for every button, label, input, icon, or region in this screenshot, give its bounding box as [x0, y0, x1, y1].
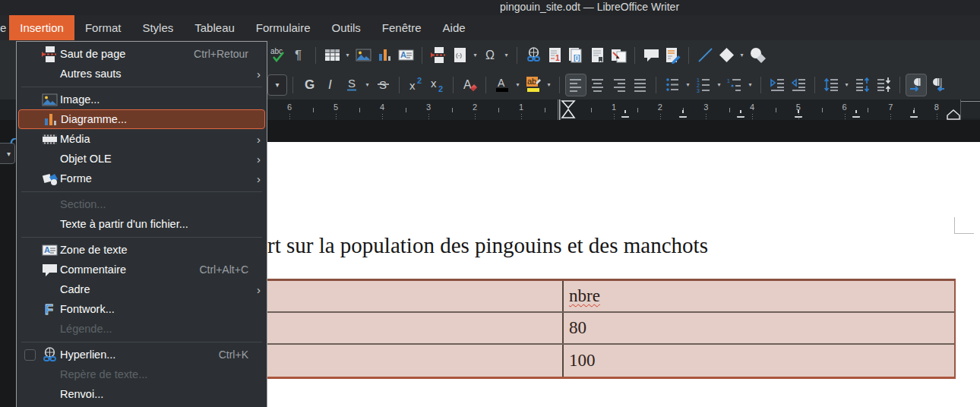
clear-formatting-button[interactable]: A: [459, 74, 480, 96]
numbered-list-button-dropdown-arrow[interactable]: ▾: [714, 74, 724, 96]
symbol-shapes-button[interactable]: [747, 44, 768, 67]
image-icon: [355, 46, 372, 64]
menu-item-hyperlien[interactable]: Hyperlien...Ctrl+K: [18, 345, 265, 364]
table-header-text: nbre: [569, 286, 600, 306]
formatting-marks-button[interactable]: ¶: [289, 44, 310, 67]
highlight-color-button-dropdown-arrow[interactable]: ▾: [544, 74, 554, 96]
ruler-dotted-tick: [475, 114, 476, 119]
ruler-tab-stop[interactable]: [737, 113, 744, 118]
document-table[interactable]: nbre80100: [263, 279, 956, 379]
superscript-button[interactable]: x2: [405, 74, 426, 96]
font-color-button[interactable]: A: [492, 74, 513, 96]
italic-button[interactable]: I: [320, 74, 341, 96]
align-left-button[interactable]: [565, 74, 586, 96]
menu-item-objet-ole[interactable]: Objet OLE›: [18, 149, 265, 169]
decrease-indent-button[interactable]: [788, 74, 809, 96]
numbered-list-button[interactable]: 123: [693, 74, 714, 96]
line-spacing-button[interactable]: [820, 74, 842, 96]
increase-paragraph-spacing-button[interactable]: [852, 74, 873, 96]
increase-indent-button[interactable]: [767, 74, 788, 96]
insert-textbox-button[interactable]: A: [395, 44, 416, 67]
font-size-dropdown-button[interactable]: ▾: [267, 74, 287, 96]
menu-item-forme[interactable]: Forme›: [18, 169, 265, 188]
menu-item-autres-sauts[interactable]: Autres sauts›: [18, 64, 265, 84]
menu-check-slot: [24, 299, 41, 319]
insert-comment-button[interactable]: [640, 44, 662, 67]
menu-item-fontwork[interactable]: FFontwork...: [18, 299, 265, 319]
insert-special-character-button[interactable]: Ω: [480, 44, 501, 67]
insert-bookmark-button[interactable]: [586, 44, 608, 67]
align-right-button[interactable]: [608, 74, 629, 96]
left-to-right-button[interactable]: [906, 74, 927, 96]
menubar-item-fentre[interactable]: Fenêtre: [371, 15, 432, 40]
insert-field-button-dropdown-arrow[interactable]: ▾: [470, 44, 480, 67]
ruler-tab-stop[interactable]: [621, 113, 629, 118]
insert-chart-button[interactable]: [374, 44, 395, 67]
strikethrough-button[interactable]: S: [372, 74, 394, 96]
highlight-color-button[interactable]: ab: [523, 74, 544, 96]
bold-button[interactable]: G: [299, 74, 320, 96]
spellcheck-button[interactable]: abc: [267, 44, 289, 67]
table-cell[interactable]: 80: [564, 313, 954, 343]
underline-button[interactable]: S: [341, 74, 362, 96]
table-cell[interactable]: 100: [564, 345, 954, 377]
menu-item-diagramme[interactable]: Diagramme...: [18, 109, 265, 129]
insert-cross-reference-button[interactable]: [608, 44, 629, 67]
basic-shapes-button[interactable]: [716, 44, 737, 67]
menu-item-saut-de-page[interactable]: Saut de pageCtrl+Retour: [18, 44, 265, 64]
menu-item-commentaire[interactable]: CommentaireCtrl+Alt+C: [18, 260, 265, 279]
menu-item-image[interactable]: Image...: [18, 90, 265, 109]
decrease-paragraph-spacing-button[interactable]: [873, 74, 894, 96]
ruler-tab-stop[interactable]: [852, 113, 860, 118]
table-cell[interactable]: [263, 313, 564, 343]
insert-special-character-button-dropdown-arrow[interactable]: ▾: [501, 44, 511, 67]
menubar-item-tableau[interactable]: Tableau: [184, 15, 245, 40]
justify-button[interactable]: [629, 74, 650, 96]
table-cell[interactable]: nbre: [564, 281, 954, 311]
menu-item-texte-partir-d-un-fichier[interactable]: Texte à partir d'un fichier...: [18, 214, 265, 234]
font-color-button-dropdown-arrow[interactable]: ▾: [513, 74, 523, 96]
underline-button-dropdown-arrow[interactable]: ▾: [362, 74, 372, 96]
insert-endnote-button[interactable]: [i]: [565, 44, 586, 67]
outline-list-button[interactable]: 1: [724, 74, 745, 96]
document-heading[interactable]: rt sur la population des pingouins et de…: [267, 233, 708, 258]
subscript-button[interactable]: x2: [426, 74, 447, 96]
menubar-item-outils[interactable]: Outils: [321, 15, 371, 40]
menubar-item-insertion[interactable]: Insertion: [9, 15, 74, 40]
menu-item-cadre[interactable]: Cadre›: [18, 279, 265, 299]
menubar-item-styles[interactable]: Styles: [131, 15, 184, 40]
menu-item-m-dia[interactable]: Média›: [18, 129, 265, 149]
menu-item-zone-de-texte[interactable]: AZone de texte: [18, 240, 265, 260]
table-cell[interactable]: [263, 345, 564, 377]
ruler-tab-stop[interactable]: [910, 113, 918, 118]
table-cell[interactable]: [263, 281, 564, 311]
insert-field-button[interactable]: (-): [449, 44, 470, 67]
menu-item-checkbox[interactable]: [24, 349, 36, 361]
right-margin-marker[interactable]: [946, 109, 961, 123]
menubar-item-formulaire[interactable]: Formulaire: [245, 15, 321, 40]
ruler-tab-stop[interactable]: [795, 113, 802, 118]
track-changes-button[interactable]: [662, 44, 683, 67]
bullet-list-button[interactable]: [662, 74, 683, 96]
menu-item-renvoi[interactable]: Renvoi...: [18, 384, 265, 404]
insert-footnote-button[interactable]: 1: [544, 44, 565, 67]
line-spacing-button-dropdown-arrow[interactable]: ▾: [842, 74, 852, 96]
basic-shapes-button-dropdown-arrow[interactable]: ▾: [737, 44, 747, 67]
outline-list-button-dropdown-arrow[interactable]: ▾: [745, 74, 755, 96]
insert-line-button[interactable]: [694, 44, 716, 67]
document-page[interactable]: rt sur la population des pingouins et de…: [258, 142, 980, 407]
align-center-button[interactable]: [586, 74, 608, 96]
bullet-list-button-dropdown-arrow[interactable]: ▾: [683, 74, 693, 96]
cross-reference-icon: [610, 46, 628, 64]
menubar-item-partial[interactable]: e: [0, 15, 9, 40]
ruler-tab-stop[interactable]: [679, 113, 687, 118]
menubar-item-format[interactable]: Format: [74, 15, 132, 40]
indent-marker[interactable]: [559, 99, 576, 123]
insert-page-break-button[interactable]: [428, 44, 449, 67]
menubar-item-aide[interactable]: Aide: [432, 15, 476, 40]
insert-hyperlink-button[interactable]: [523, 44, 544, 67]
right-to-left-button[interactable]: [927, 74, 948, 96]
insert-table-button-dropdown-arrow[interactable]: ▾: [343, 44, 352, 67]
insert-image-button[interactable]: [352, 44, 374, 67]
insert-table-button[interactable]: [321, 44, 343, 67]
